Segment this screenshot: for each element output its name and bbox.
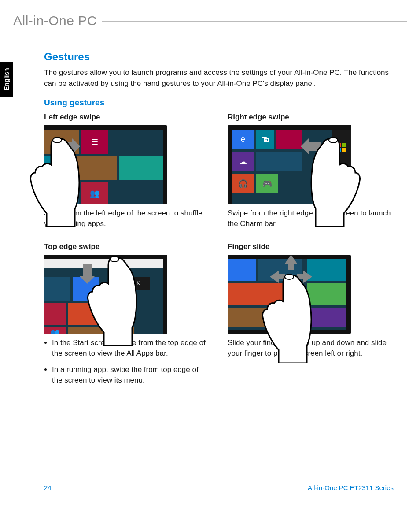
section-intro: The gestures allow you to launch program… [44, 67, 394, 89]
product-name: All-in-One PC [13, 13, 102, 28]
music-icon: 🎧 [238, 179, 248, 189]
arrow-down-icon [79, 264, 95, 286]
series-name: All-in-One PC ET2311 Series [308, 484, 394, 491]
chat-icon: 💬 [52, 163, 62, 173]
cloud-icon: ☁ [239, 157, 247, 167]
gesture-desc: Swipe from the left edge of the screen t… [44, 208, 210, 229]
label-icon: ASUSTeK [120, 281, 140, 286]
gesture-illustration: e 🛍 ☁ 🎧 🎮 [228, 125, 351, 204]
arrow-down-icon [285, 286, 297, 302]
svg-marker-0 [60, 138, 80, 154]
language-tab: English [0, 62, 13, 97]
gesture-right-edge: Right edge swipe e 🛍 ☁ 🎧 🎮 [228, 113, 394, 229]
svg-rect-3 [342, 143, 346, 147]
ie-icon: e [241, 135, 245, 144]
gesture-top-edge: Top edge swipe ASUSTeK 👥 [44, 242, 210, 392]
svg-rect-4 [337, 148, 341, 152]
svg-rect-5 [342, 148, 346, 152]
page-number: 24 [44, 484, 52, 491]
gesture-finger-slide: Finger slide [228, 242, 394, 392]
reader-icon: ☰ [91, 137, 98, 147]
gesture-title: Top edge swipe [44, 242, 210, 251]
list-item: In the Start screen, swipe from the top … [52, 338, 210, 359]
svg-rect-2 [337, 143, 341, 147]
arrow-left-icon [301, 138, 321, 156]
gesture-title: Right edge swipe [228, 113, 394, 122]
section-subheading: Using gestures [44, 98, 394, 108]
gesture-title: Finger slide [228, 242, 394, 251]
gesture-desc: Swipe from the right edge of the screen … [228, 208, 394, 229]
svg-marker-10 [285, 255, 297, 270]
windows-icon [337, 143, 346, 152]
gesture-left-edge: Left edge swipe ☰ 💬 👥 [44, 113, 210, 229]
store-icon: 🛍 [261, 135, 269, 144]
list-item: In a running app, swipe the from top edg… [52, 364, 210, 386]
svg-marker-13 [297, 271, 312, 283]
svg-marker-12 [270, 271, 285, 283]
arrow-up-icon [285, 255, 297, 271]
people-icon: 👥 [90, 189, 99, 198]
svg-marker-8 [79, 264, 95, 284]
svg-marker-11 [285, 286, 297, 301]
gesture-title: Left edge swipe [44, 113, 210, 122]
gesture-illustration [228, 255, 351, 334]
gesture-illustration: ASUSTeK 👥 [44, 255, 167, 334]
xbox-icon: 🎮 [262, 179, 272, 189]
arrow-right-icon [60, 138, 80, 156]
arrow-left-icon [270, 271, 285, 285]
page-footer: 24 All-in-One PC ET2311 Series [44, 484, 394, 491]
gesture-desc: In the Start screen, swipe from the top … [44, 338, 210, 386]
arrow-right-icon [297, 271, 312, 285]
people-icon: 👥 [50, 328, 60, 334]
main-content: Gestures The gestures allow you to launc… [44, 51, 394, 392]
gesture-illustration: ☰ 💬 👥 [44, 125, 167, 204]
section-title: Gestures [44, 51, 394, 63]
gesture-desc: Slide your finger to scroll up and down … [228, 338, 394, 359]
gesture-grid: Left edge swipe ☰ 💬 👥 [44, 113, 394, 392]
svg-marker-6 [301, 138, 321, 154]
